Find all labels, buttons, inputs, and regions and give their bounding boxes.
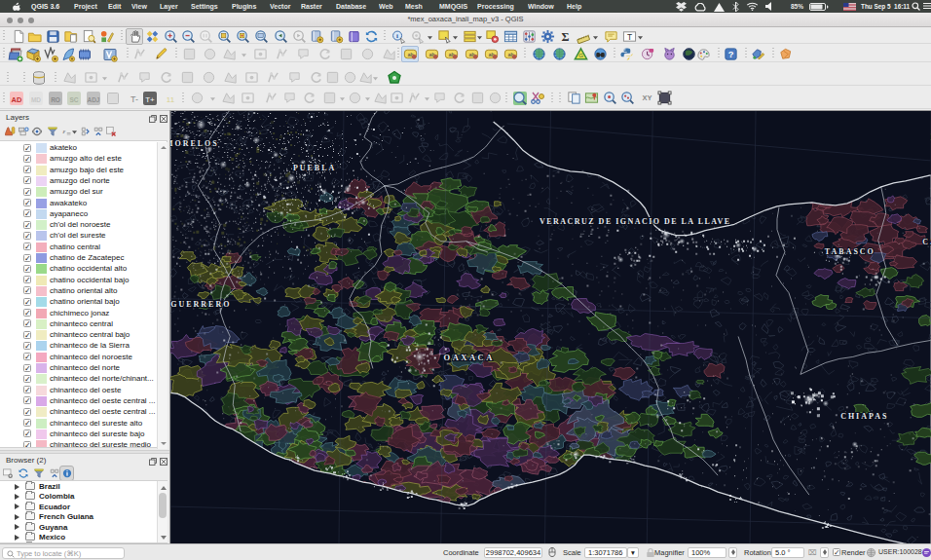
svg-text:Σ: Σ bbox=[562, 30, 570, 44]
svg-text:PUEBLA: PUEBLA bbox=[293, 164, 336, 172]
svg-text:?: ? bbox=[728, 50, 734, 59]
svg-text:TABASCO: TABASCO bbox=[825, 247, 875, 256]
svg-text:SC: SC bbox=[69, 96, 78, 103]
svg-text:T+: T+ bbox=[145, 95, 155, 104]
svg-text:VERACRUZ DE IGNACIO DE LA LLAV: VERACRUZ DE IGNACIO DE LA LLAVE bbox=[540, 217, 731, 226]
svg-text:XY: XY bbox=[642, 93, 652, 102]
svg-text:T-: T- bbox=[130, 94, 138, 104]
svg-text:MD: MD bbox=[31, 96, 41, 103]
svg-text:G: G bbox=[578, 52, 583, 58]
svg-text:CAMPECHE: CAMPECHE bbox=[922, 238, 931, 246]
svg-text:ADJ: ADJ bbox=[87, 96, 99, 103]
svg-text:AD: AD bbox=[12, 95, 22, 104]
svg-text:i: i bbox=[396, 32, 398, 40]
svg-text:GUERRERO: GUERRERO bbox=[170, 300, 231, 309]
svg-text:11: 11 bbox=[167, 95, 175, 104]
svg-text:CHIAPAS: CHIAPAS bbox=[840, 412, 888, 421]
svg-text:OAXACA: OAXACA bbox=[444, 353, 495, 362]
svg-text:RO: RO bbox=[51, 96, 60, 103]
svg-text:ε: ε bbox=[62, 128, 65, 134]
svg-text:T: T bbox=[627, 32, 632, 42]
svg-text:MORELOS: MORELOS bbox=[169, 139, 219, 148]
